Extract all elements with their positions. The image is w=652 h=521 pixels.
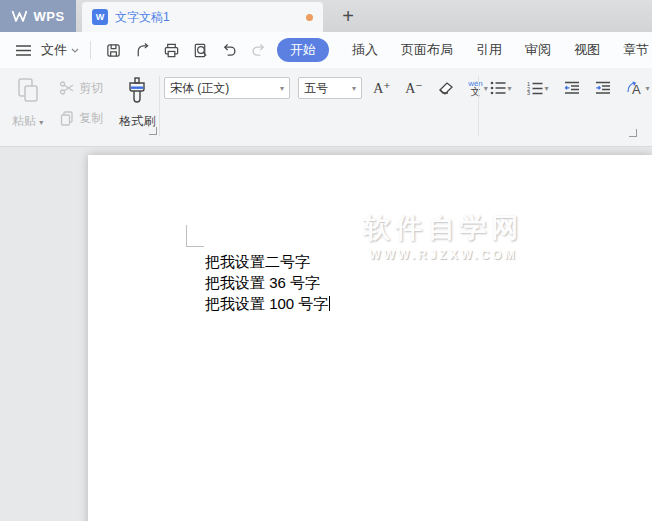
paragraph-group-row1: ▾ 1 2 3 ▾ xyxy=(486,76,652,100)
ribbon: 粘贴 ▾ 剪切 复制 xyxy=(0,68,652,147)
copy-button[interactable]: 复制 xyxy=(59,106,103,130)
chevron-down-icon xyxy=(71,48,79,53)
text-line-1[interactable]: 把我设置二号字 xyxy=(205,251,330,272)
tab-references[interactable]: 引用 xyxy=(476,41,502,59)
redo-icon xyxy=(250,42,267,58)
chevron-down-icon: ▾ xyxy=(544,84,548,93)
wps-label: WPS xyxy=(33,9,64,24)
format-painter-button[interactable]: 格式刷 xyxy=(115,74,159,132)
text-caret xyxy=(329,296,330,311)
save-icon xyxy=(105,42,122,59)
cut-icon xyxy=(59,80,75,96)
cut-button[interactable]: 剪切 xyxy=(59,76,103,100)
bullets-icon xyxy=(490,81,506,95)
hamburger-menu-icon[interactable] xyxy=(12,38,34,62)
svg-text:3: 3 xyxy=(527,90,530,95)
print-preview-button[interactable] xyxy=(189,38,211,62)
titlebar: WPS W 文字文稿1 + xyxy=(0,0,652,32)
svg-text:A: A xyxy=(632,82,641,96)
redo-button[interactable] xyxy=(247,38,269,62)
print-preview-icon xyxy=(192,42,209,59)
divider xyxy=(90,41,91,59)
tab-insert[interactable]: 插入 xyxy=(352,41,378,59)
grow-font-button[interactable]: A⁺ xyxy=(370,76,394,100)
document-workspace[interactable]: 软件自学网 WWW.RJZXW.COM 把我设置二号字 把我设置 36 号字 把… xyxy=(0,147,652,521)
paste-button[interactable]: 粘贴 ▾ xyxy=(8,74,47,132)
numbering-button[interactable]: 1 2 3 ▾ xyxy=(523,76,553,100)
watermark-url: WWW.RJZXW.COM xyxy=(356,248,531,262)
tab-review[interactable]: 审阅 xyxy=(525,41,551,59)
font-size-value: 五号 xyxy=(304,80,328,97)
group-separator xyxy=(478,76,479,136)
new-tab-button[interactable]: + xyxy=(334,0,362,32)
clipboard-group: 粘贴 ▾ 剪切 复制 xyxy=(8,74,159,132)
chevron-down-icon: ▾ xyxy=(352,84,356,93)
paragraph-dialog-launcher[interactable] xyxy=(629,129,637,137)
increase-indent-icon xyxy=(595,81,611,95)
export-pdf-icon xyxy=(134,42,151,59)
chevron-down-icon: ▾ xyxy=(507,84,511,93)
clipboard-dialog-launcher[interactable] xyxy=(149,127,157,135)
document-page[interactable]: 软件自学网 WWW.RJZXW.COM 把我设置二号字 把我设置 36 号字 把… xyxy=(88,155,652,521)
cut-label: 剪切 xyxy=(79,80,103,97)
bullets-button[interactable]: ▾ xyxy=(486,76,516,100)
save-button[interactable] xyxy=(102,38,124,62)
chevron-down-icon: ▾ xyxy=(280,84,284,93)
margin-corner-mark xyxy=(186,225,204,247)
ribbon-tab-strip: 开始 插入 页面布局 引用 审阅 视图 章节 xyxy=(277,32,649,68)
paste-label: 粘贴 ▾ xyxy=(12,113,43,130)
menu-left-cluster: 文件 xyxy=(12,32,298,68)
watermark: 软件自学网 WWW.RJZXW.COM xyxy=(356,210,531,262)
text-line-3[interactable]: 把我设置 100 号字 xyxy=(205,293,330,314)
clear-format-icon xyxy=(437,80,455,96)
chevron-down-icon: ▾ xyxy=(39,118,43,127)
print-button[interactable] xyxy=(160,38,182,62)
numbering-icon: 1 2 3 xyxy=(527,81,543,95)
font-size-select[interactable]: 五号 ▾ xyxy=(298,77,362,99)
document-icon: W xyxy=(92,9,108,25)
wps-menu-button[interactable]: WPS xyxy=(0,0,76,32)
chevron-down-icon: ▾ xyxy=(645,84,649,93)
font-family-value: 宋体 (正文) xyxy=(170,80,229,97)
text-direction-icon: A xyxy=(626,80,644,96)
paste-icon xyxy=(15,76,41,104)
cut-copy-column: 剪切 复制 xyxy=(59,74,103,130)
shrink-font-button[interactable]: A⁻ xyxy=(402,76,426,100)
document-text[interactable]: 把我设置二号字 把我设置 36 号字 把我设置 100 号字 xyxy=(205,251,330,314)
tab-home[interactable]: 开始 xyxy=(277,38,329,62)
copy-label: 复制 xyxy=(79,110,103,127)
clear-formatting-button[interactable] xyxy=(434,76,458,100)
decrease-indent-button[interactable] xyxy=(560,76,584,100)
watermark-title: 软件自学网 xyxy=(356,210,531,246)
format-painter-icon xyxy=(125,76,149,104)
document-tab-title: 文字文稿1 xyxy=(115,9,299,26)
tab-page-layout[interactable]: 页面布局 xyxy=(401,41,453,59)
tab-section[interactable]: 章节 xyxy=(623,41,649,59)
tab-view[interactable]: 视图 xyxy=(574,41,600,59)
undo-button[interactable] xyxy=(218,38,240,62)
phonetic-guide-icon: wén 文 xyxy=(468,80,483,96)
font-group-row1: 宋体 (正文) ▾ 五号 ▾ A⁺ A⁻ wén 文 ▾ xyxy=(164,76,490,100)
copy-icon xyxy=(59,110,75,126)
print-icon xyxy=(163,42,180,59)
menubar: 文件 xyxy=(0,32,652,68)
increase-indent-button[interactable] xyxy=(591,76,615,100)
text-line-2[interactable]: 把我设置 36 号字 xyxy=(205,272,330,293)
decrease-indent-icon xyxy=(564,81,580,95)
font-family-select[interactable]: 宋体 (正文) ▾ xyxy=(164,77,290,99)
undo-icon xyxy=(221,42,238,58)
file-menu-label: 文件 xyxy=(41,41,67,59)
document-tab[interactable]: W 文字文稿1 xyxy=(82,2,323,32)
unsaved-indicator-dot xyxy=(306,14,313,21)
wps-window: WPS W 文字文稿1 + 文件 xyxy=(0,0,652,521)
file-menu[interactable]: 文件 xyxy=(41,41,79,59)
wps-logo-icon xyxy=(11,9,28,23)
text-direction-button[interactable]: A ▾ xyxy=(622,76,652,100)
group-separator xyxy=(159,76,160,136)
export-pdf-button[interactable] xyxy=(131,38,153,62)
